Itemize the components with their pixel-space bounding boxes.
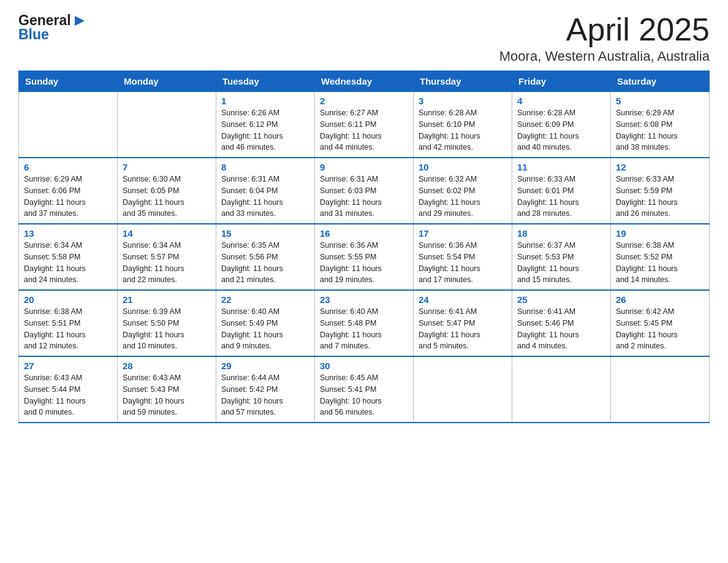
calendar-cell: 22Sunrise: 6:40 AM Sunset: 5:49 PM Dayli… xyxy=(216,290,315,356)
day-number: 5 xyxy=(616,96,704,106)
day-info: Sunrise: 6:29 AM Sunset: 6:08 PM Dayligh… xyxy=(616,107,704,153)
day-number: 26 xyxy=(616,294,704,305)
day-number: 6 xyxy=(24,162,112,172)
day-number: 10 xyxy=(419,162,507,172)
calendar-cell xyxy=(611,356,710,423)
day-number: 14 xyxy=(123,228,211,239)
calendar-cell: 23Sunrise: 6:40 AM Sunset: 5:48 PM Dayli… xyxy=(315,290,414,356)
day-info: Sunrise: 6:42 AM Sunset: 5:45 PM Dayligh… xyxy=(616,306,704,352)
day-info: Sunrise: 6:39 AM Sunset: 5:50 PM Dayligh… xyxy=(123,306,211,352)
col-header-monday: Monday xyxy=(118,71,216,92)
day-number: 16 xyxy=(320,228,408,239)
day-number: 20 xyxy=(24,294,112,305)
day-info: Sunrise: 6:41 AM Sunset: 5:47 PM Dayligh… xyxy=(419,306,507,352)
calendar-cell: 17Sunrise: 6:36 AM Sunset: 5:54 PM Dayli… xyxy=(414,224,512,290)
day-info: Sunrise: 6:34 AM Sunset: 5:57 PM Dayligh… xyxy=(123,240,211,286)
day-number: 30 xyxy=(320,361,408,371)
calendar-table: SundayMondayTuesdayWednesdayThursdayFrid… xyxy=(18,71,710,423)
day-number: 9 xyxy=(320,162,408,172)
calendar-week-1: 1Sunrise: 6:26 AM Sunset: 6:12 PM Daylig… xyxy=(19,92,710,158)
day-info: Sunrise: 6:33 AM Sunset: 6:01 PM Dayligh… xyxy=(517,174,605,220)
calendar-cell: 3Sunrise: 6:28 AM Sunset: 6:10 PM Daylig… xyxy=(414,92,512,158)
day-info: Sunrise: 6:31 AM Sunset: 6:04 PM Dayligh… xyxy=(221,174,309,220)
calendar-cell: 13Sunrise: 6:34 AM Sunset: 5:58 PM Dayli… xyxy=(19,224,118,290)
day-info: Sunrise: 6:41 AM Sunset: 5:46 PM Dayligh… xyxy=(517,306,605,352)
day-info: Sunrise: 6:27 AM Sunset: 6:11 PM Dayligh… xyxy=(320,107,408,153)
day-info: Sunrise: 6:32 AM Sunset: 6:02 PM Dayligh… xyxy=(419,174,507,220)
day-number: 17 xyxy=(419,228,507,239)
day-info: Sunrise: 6:36 AM Sunset: 5:55 PM Dayligh… xyxy=(320,240,408,286)
calendar-week-3: 13Sunrise: 6:34 AM Sunset: 5:58 PM Dayli… xyxy=(19,224,710,290)
day-number: 18 xyxy=(517,228,605,239)
day-number: 11 xyxy=(517,162,605,172)
title-area: April 2025 Moora, Western Australia, Aus… xyxy=(499,12,710,64)
day-info: Sunrise: 6:37 AM Sunset: 5:53 PM Dayligh… xyxy=(517,240,605,286)
day-info: Sunrise: 6:28 AM Sunset: 6:09 PM Dayligh… xyxy=(517,107,605,153)
day-number: 23 xyxy=(320,294,408,305)
calendar-cell: 16Sunrise: 6:36 AM Sunset: 5:55 PM Dayli… xyxy=(315,224,414,290)
day-info: Sunrise: 6:35 AM Sunset: 5:56 PM Dayligh… xyxy=(221,240,309,286)
col-header-friday: Friday xyxy=(512,71,611,92)
calendar-cell xyxy=(19,92,118,158)
logo-arrow-icon xyxy=(72,13,87,28)
calendar-cell: 9Sunrise: 6:31 AM Sunset: 6:03 PM Daylig… xyxy=(315,158,414,224)
day-info: Sunrise: 6:33 AM Sunset: 5:59 PM Dayligh… xyxy=(616,174,704,220)
calendar-cell: 18Sunrise: 6:37 AM Sunset: 5:53 PM Dayli… xyxy=(512,224,611,290)
day-number: 19 xyxy=(616,228,704,239)
day-info: Sunrise: 6:43 AM Sunset: 5:44 PM Dayligh… xyxy=(24,372,112,418)
calendar-cell: 30Sunrise: 6:45 AM Sunset: 5:41 PM Dayli… xyxy=(315,356,414,423)
calendar-cell: 24Sunrise: 6:41 AM Sunset: 5:47 PM Dayli… xyxy=(414,290,512,356)
col-header-saturday: Saturday xyxy=(611,71,710,92)
calendar-cell: 25Sunrise: 6:41 AM Sunset: 5:46 PM Dayli… xyxy=(512,290,611,356)
calendar-cell: 20Sunrise: 6:38 AM Sunset: 5:51 PM Dayli… xyxy=(19,290,118,356)
day-number: 22 xyxy=(221,294,309,305)
day-number: 2 xyxy=(320,96,408,106)
calendar-cell: 19Sunrise: 6:38 AM Sunset: 5:52 PM Dayli… xyxy=(611,224,710,290)
logo: General Blue xyxy=(18,12,87,43)
calendar-cell: 10Sunrise: 6:32 AM Sunset: 6:02 PM Dayli… xyxy=(414,158,512,224)
col-header-wednesday: Wednesday xyxy=(315,71,414,92)
logo-blue-text: Blue xyxy=(18,26,49,43)
location-title: Moora, Western Australia, Australia xyxy=(499,48,710,64)
col-header-sunday: Sunday xyxy=(19,71,118,92)
day-info: Sunrise: 6:34 AM Sunset: 5:58 PM Dayligh… xyxy=(24,240,112,286)
day-info: Sunrise: 6:31 AM Sunset: 6:03 PM Dayligh… xyxy=(320,174,408,220)
day-number: 7 xyxy=(123,162,211,172)
calendar-cell: 21Sunrise: 6:39 AM Sunset: 5:50 PM Dayli… xyxy=(118,290,216,356)
day-number: 27 xyxy=(24,361,112,371)
page-header: General Blue April 2025 Moora, Western A… xyxy=(18,12,710,64)
day-info: Sunrise: 6:30 AM Sunset: 6:05 PM Dayligh… xyxy=(123,174,211,220)
calendar-cell: 15Sunrise: 6:35 AM Sunset: 5:56 PM Dayli… xyxy=(216,224,315,290)
day-number: 24 xyxy=(419,294,507,305)
calendar-cell: 29Sunrise: 6:44 AM Sunset: 5:42 PM Dayli… xyxy=(216,356,315,423)
col-header-tuesday: Tuesday xyxy=(216,71,315,92)
day-number: 28 xyxy=(123,361,211,371)
calendar-cell: 1Sunrise: 6:26 AM Sunset: 6:12 PM Daylig… xyxy=(216,92,315,158)
calendar-cell: 8Sunrise: 6:31 AM Sunset: 6:04 PM Daylig… xyxy=(216,158,315,224)
calendar-cell: 2Sunrise: 6:27 AM Sunset: 6:11 PM Daylig… xyxy=(315,92,414,158)
calendar-week-5: 27Sunrise: 6:43 AM Sunset: 5:44 PM Dayli… xyxy=(19,356,710,423)
day-number: 29 xyxy=(221,361,309,371)
calendar-cell: 5Sunrise: 6:29 AM Sunset: 6:08 PM Daylig… xyxy=(611,92,710,158)
calendar-cell: 28Sunrise: 6:43 AM Sunset: 5:43 PM Dayli… xyxy=(118,356,216,423)
day-info: Sunrise: 6:36 AM Sunset: 5:54 PM Dayligh… xyxy=(419,240,507,286)
day-number: 15 xyxy=(221,228,309,239)
day-number: 21 xyxy=(123,294,211,305)
day-info: Sunrise: 6:38 AM Sunset: 5:52 PM Dayligh… xyxy=(616,240,704,286)
day-info: Sunrise: 6:45 AM Sunset: 5:41 PM Dayligh… xyxy=(320,372,408,418)
day-info: Sunrise: 6:40 AM Sunset: 5:49 PM Dayligh… xyxy=(221,306,309,352)
calendar-cell: 6Sunrise: 6:29 AM Sunset: 6:06 PM Daylig… xyxy=(19,158,118,224)
calendar-cell xyxy=(118,92,216,158)
day-info: Sunrise: 6:43 AM Sunset: 5:43 PM Dayligh… xyxy=(123,372,211,418)
day-number: 13 xyxy=(24,228,112,239)
calendar-cell xyxy=(414,356,512,423)
day-info: Sunrise: 6:28 AM Sunset: 6:10 PM Dayligh… xyxy=(419,107,507,153)
calendar-cell: 11Sunrise: 6:33 AM Sunset: 6:01 PM Dayli… xyxy=(512,158,611,224)
day-number: 12 xyxy=(616,162,704,172)
day-info: Sunrise: 6:29 AM Sunset: 6:06 PM Dayligh… xyxy=(24,174,112,220)
svg-marker-0 xyxy=(75,16,85,26)
day-info: Sunrise: 6:40 AM Sunset: 5:48 PM Dayligh… xyxy=(320,306,408,352)
calendar-cell xyxy=(512,356,611,423)
day-number: 8 xyxy=(221,162,309,172)
day-number: 1 xyxy=(221,96,309,106)
